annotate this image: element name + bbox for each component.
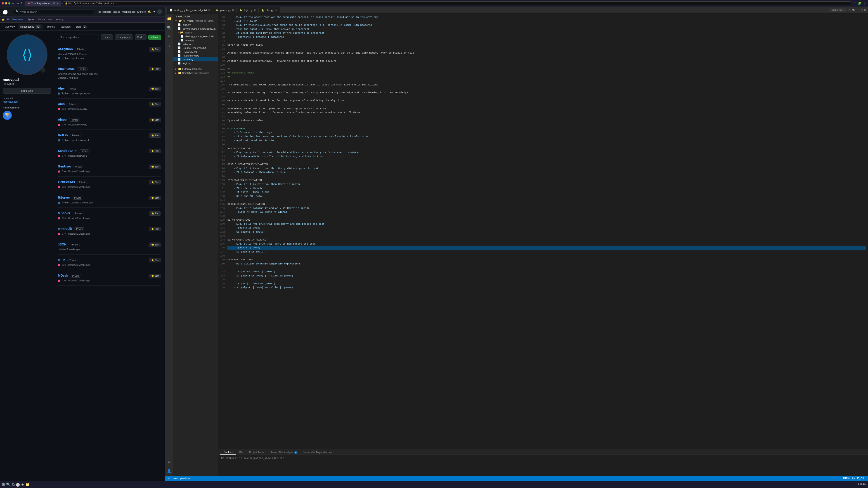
- edit-profile-button[interactable]: Edit profile: [3, 88, 51, 94]
- windows-start-icon[interactable]: ⊞: [2, 482, 5, 487]
- repo-name[interactable]: SandboxAPI: [58, 149, 76, 153]
- code-editor[interactable]: 8889909192939495969798991001011021031041…: [218, 13, 868, 449]
- subnav-projects[interactable]: Projects: [43, 24, 57, 29]
- plus-icon[interactable]: +▾: [153, 10, 155, 13]
- taskbar-chrome-icon[interactable]: ⬤: [16, 482, 20, 487]
- repo-name[interactable]: JSON: [58, 242, 66, 246]
- file-tree-item-CourseResources_txt[interactable]: 📄 CourseResources.txt: [173, 46, 218, 50]
- filter-language-button[interactable]: Language ▾: [115, 34, 133, 40]
- tab-close-icon[interactable]: ✕: [208, 9, 210, 11]
- star-button[interactable]: ⭐ Star: [149, 165, 161, 169]
- address-bar[interactable]: 🔒 https://github.com/moovpad?tab=reposit…: [62, 1, 852, 5]
- search-repos-input[interactable]: [58, 35, 99, 40]
- notifications-icon[interactable]: 🔔: [148, 10, 151, 13]
- browser-tab[interactable]: 🐙 Your Repositories ✕ +: [25, 1, 61, 6]
- file-tree-item-README_md[interactable]: 📄 README.md: [173, 50, 218, 54]
- github-search-bar[interactable]: 🔍 / type to search: [13, 9, 94, 14]
- star-button[interactable]: ⭐ Star: [149, 87, 161, 91]
- vscode-settings-icon[interactable]: ⚙: [848, 9, 851, 12]
- close-window-btn[interactable]: [2, 2, 4, 4]
- source-control-icon[interactable]: ⑂: [166, 33, 172, 40]
- star-button[interactable]: ⭐ Star: [149, 118, 161, 122]
- file-tree-item-main_py[interactable]: 📄 main.py: [173, 38, 218, 42]
- repo-name[interactable]: MDesk: [58, 274, 68, 277]
- encoding-label[interactable]: UTF-8: [843, 477, 849, 480]
- star-button[interactable]: ⭐ Star: [149, 102, 161, 106]
- file-tree-item-_gitignore[interactable]: 📄 .gitignore: [173, 42, 218, 46]
- bottom-tab-project-errors[interactable]: Project Errors: [246, 450, 267, 455]
- file-tree-item-mastermind_py[interactable]: 📄 mastermind.py: [173, 54, 218, 57]
- tab-close-icon[interactable]: ✕: [232, 9, 234, 11]
- settings-icon[interactable]: ⋮: [863, 2, 866, 5]
- user-avatar[interactable]: [157, 9, 162, 14]
- repo-name[interactable]: GenSecAPI: [58, 180, 75, 184]
- scratches-folder[interactable]: ▶ 📁 Scratches and Consoles: [173, 71, 218, 75]
- vscode-maximize-icon[interactable]: □: [861, 9, 863, 12]
- repo-name[interactable]: MServer: [58, 212, 70, 215]
- extensions-icon[interactable]: 🧩: [858, 2, 862, 5]
- nav-back-icon[interactable]: ←: [12, 2, 15, 5]
- star-button[interactable]: ⭐ Star: [149, 133, 161, 138]
- accounts-icon[interactable]: 👤: [166, 468, 172, 474]
- star-button[interactable]: ⭐ Star: [149, 212, 161, 216]
- bottom-tab-server-side-analysis[interactable]: Server-Side Analysis●: [268, 450, 300, 455]
- star-button[interactable]: ⭐ Star: [149, 149, 161, 153]
- bookmark-learning[interactable]: Learning: [55, 18, 64, 21]
- tab-close-icon[interactable]: ✕: [254, 9, 256, 11]
- new-repo-button[interactable]: + New: [148, 35, 161, 40]
- star-button[interactable]: ⭐ Star: [149, 242, 161, 247]
- git-branch-name[interactable]: main: [173, 477, 178, 480]
- root-folder[interactable]: ▼ 📂 AI-Python / Upload to Python: [173, 19, 218, 23]
- subnav-overview[interactable]: Overview: [3, 24, 18, 29]
- taskbar-file-explorer-icon[interactable]: 📁: [25, 482, 30, 487]
- repo-name[interactable]: GenUser: [58, 165, 71, 168]
- explorer-activity-icon[interactable]: 📁: [166, 15, 172, 22]
- repo-name[interactable]: MLib: [58, 258, 65, 262]
- star-button[interactable]: ⭐ Star: [149, 258, 161, 262]
- pull-requests-nav[interactable]: Pull requests: [97, 10, 111, 13]
- maximize-window-btn[interactable]: [8, 2, 10, 4]
- remote-icon[interactable]: ⚙: [166, 459, 172, 465]
- nav-forward-icon[interactable]: →: [16, 2, 20, 5]
- taskbar-vscode-icon[interactable]: ◈: [21, 482, 24, 487]
- tab-close-icon[interactable]: ✕: [275, 9, 277, 11]
- bookmark-wint[interactable]: wint: [48, 18, 52, 21]
- search-activity-icon[interactable]: 🔍: [166, 24, 172, 31]
- star-button[interactable]: ⭐ Star: [149, 227, 161, 231]
- vscode-tab-devlog_python_knowledge_txt[interactable]: 📄 devlog_python_knowledge.txt ✕: [167, 7, 213, 13]
- run-debug-icon[interactable]: ▷: [166, 42, 172, 49]
- edit-bookmarks[interactable]: Edit Bookmarks...: [7, 18, 25, 21]
- vscode-minimize-icon[interactable]: —: [857, 9, 860, 12]
- filter-type-button[interactable]: Type ▾: [101, 34, 113, 40]
- repo-name[interactable]: AIschemas: [58, 67, 74, 70]
- repo-name[interactable]: RServer: [58, 196, 70, 199]
- repo-name[interactable]: Alcpp: [58, 118, 67, 121]
- file-tree-item-logic_py[interactable]: 📄 logic.py: [173, 61, 218, 65]
- bookmark-socials[interactable]: Socials: [38, 18, 45, 21]
- repo-name[interactable]: MintraLib: [58, 227, 72, 231]
- profile-link-website[interactable]: moovpad.com: [3, 100, 51, 103]
- nav-refresh-icon[interactable]: ↻: [21, 2, 24, 5]
- repo-name[interactable]: AI-Python: [58, 47, 73, 51]
- file-tree-item-devlog_python_search_txt[interactable]: 📄 devlog_python_search.txt: [173, 34, 218, 38]
- file-tree-item-puzzle_py[interactable]: 📄 puzzle.py: [173, 57, 218, 61]
- bottom-tab-problems[interactable]: Problems: [220, 450, 236, 455]
- star-button[interactable]: ⭐ Star: [149, 180, 161, 185]
- subnav-repositories[interactable]: Repositories 41: [18, 24, 43, 29]
- minimize-window-btn[interactable]: [5, 2, 7, 4]
- marketplace-nav[interactable]: Marketplace: [122, 10, 135, 13]
- file-tree-item-clue_py[interactable]: 📄 clue.py: [173, 23, 218, 27]
- browser-tab-close[interactable]: ✕: [53, 2, 55, 5]
- external-libraries-folder[interactable]: ▶ 📁 External Libraries: [173, 67, 218, 71]
- file-tree-item-devlog_python_knowledge_txt[interactable]: 📄 devlog_python_knowledge.txt: [173, 27, 218, 31]
- repo-name[interactable]: Alch: [58, 102, 65, 106]
- star-button[interactable]: ⭐ Star: [149, 47, 161, 52]
- vscode-search-icon[interactable]: 🔍: [852, 9, 856, 12]
- bookmark-icon[interactable]: ☆: [853, 2, 856, 5]
- repo-name[interactable]: Alpy: [58, 87, 65, 90]
- filter-sort-button[interactable]: Sort ▾: [135, 34, 146, 40]
- vscode-tab-logic_py[interactable]: 🐍 logic.py ✕: [237, 7, 258, 13]
- taskbar-task-view[interactable]: ⧉: [12, 483, 14, 487]
- bottom-tab-vulnerable-dependencies[interactable]: Vulnerable Dependencies: [301, 450, 335, 455]
- repo-name[interactable]: RefLib: [58, 133, 68, 137]
